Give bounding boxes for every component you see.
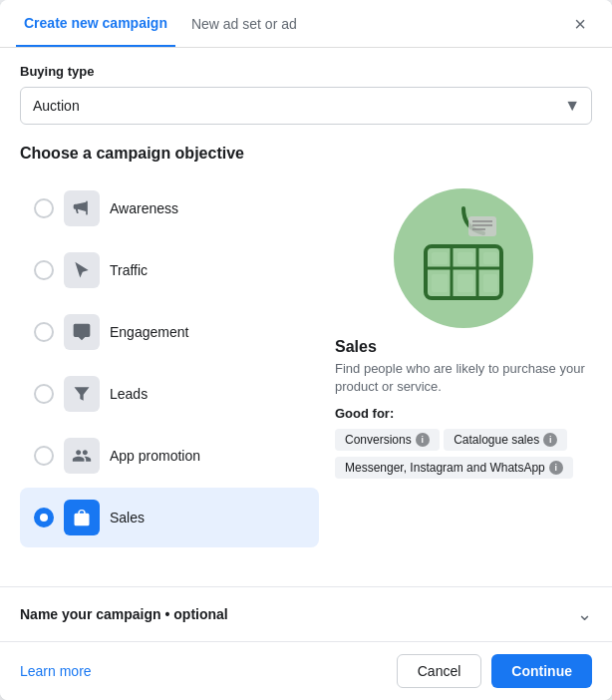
continue-button[interactable]: Continue — [491, 654, 592, 688]
sales-illustration — [384, 178, 543, 338]
leads-icon-box — [64, 376, 100, 412]
objective-item-sales[interactable]: Sales — [20, 488, 319, 547]
cancel-button[interactable]: Cancel — [397, 654, 482, 688]
radio-engagement — [34, 322, 54, 342]
tag-catalogue-sales: Catalogue sales i — [444, 429, 567, 451]
sales-label: Sales — [110, 510, 145, 525]
tag-conversions: Conversions i — [335, 429, 440, 451]
tag-messenger: Messenger, Instagram and WhatsApp i — [335, 457, 573, 479]
buying-type-select[interactable]: Auction Reach and frequency TRP buying — [20, 87, 592, 125]
engagement-icon-box — [64, 314, 100, 350]
svg-rect-12 — [432, 274, 448, 292]
name-section: Name your campaign • optional ⌄ — [0, 586, 612, 641]
info-icon-catalogue-sales[interactable]: i — [543, 433, 557, 447]
footer-actions: Cancel Continue — [397, 654, 592, 688]
bag-icon — [72, 508, 92, 527]
filter-icon — [72, 384, 92, 404]
detail-title: Sales — [335, 338, 377, 356]
detail-description: Find people who are likely to purchase y… — [335, 360, 592, 396]
tab-new-ad-set[interactable]: New ad set or ad — [175, 2, 313, 46]
objective-item-leads[interactable]: Leads — [20, 364, 319, 424]
svg-rect-13 — [458, 274, 473, 292]
svg-rect-5 — [468, 216, 496, 236]
close-button[interactable]: × — [564, 8, 596, 40]
buying-type-label: Buying type — [20, 64, 592, 79]
name-campaign-label: Name your campaign • optional — [20, 606, 228, 622]
radio-app-promotion — [34, 446, 54, 466]
engagement-label: Engagement — [110, 324, 188, 340]
detail-panel: Sales Find people who are likely to purc… — [335, 178, 592, 547]
svg-rect-14 — [483, 274, 497, 292]
objective-item-app-promotion[interactable]: App promotion — [20, 426, 319, 486]
awareness-label: Awareness — [110, 200, 178, 216]
traffic-label: Traffic — [110, 262, 148, 278]
svg-rect-11 — [483, 252, 497, 264]
objective-item-engagement[interactable]: Engagement — [20, 302, 319, 362]
objectives-container: Awareness Traffic — [20, 178, 592, 547]
modal-body: Buying type Auction Reach and frequency … — [0, 48, 612, 586]
tab-create-campaign[interactable]: Create new campaign — [16, 1, 175, 47]
svg-rect-9 — [432, 252, 448, 264]
radio-sales — [34, 508, 54, 527]
name-campaign-row[interactable]: Name your campaign • optional ⌄ — [20, 587, 592, 641]
app-promotion-icon-box — [64, 438, 100, 474]
learn-more-link[interactable]: Learn more — [20, 663, 92, 679]
buying-type-dropdown-wrap: Auction Reach and frequency TRP buying ▼ — [20, 87, 592, 125]
chat-icon — [72, 322, 92, 342]
radio-inner-sales — [40, 514, 48, 522]
modal-footer: Learn more Cancel Continue — [0, 641, 612, 700]
svg-rect-10 — [458, 252, 473, 264]
traffic-icon-box — [64, 252, 100, 288]
radio-awareness — [34, 198, 54, 218]
cursor-icon — [72, 260, 92, 280]
sales-icon-box — [64, 500, 100, 535]
awareness-icon-box — [64, 190, 100, 226]
info-icon-conversions[interactable]: i — [416, 433, 430, 447]
info-icon-messenger[interactable]: i — [549, 461, 563, 475]
leads-label: Leads — [110, 386, 148, 402]
objective-section-title: Choose a campaign objective — [20, 145, 592, 163]
chevron-down-icon: ⌄ — [577, 603, 592, 625]
good-for-label: Good for: — [335, 406, 394, 421]
objectives-list: Awareness Traffic — [20, 178, 319, 547]
modal-header: Create new campaign New ad set or ad × — [0, 0, 612, 48]
radio-traffic — [34, 260, 54, 280]
app-promotion-label: App promotion — [110, 448, 200, 464]
objective-item-traffic[interactable]: Traffic — [20, 240, 319, 300]
radio-leads — [34, 384, 54, 404]
tags-list: Conversions i Catalogue sales i Messenge… — [335, 429, 592, 485]
people-icon — [72, 446, 92, 466]
objective-item-awareness[interactable]: Awareness — [20, 178, 319, 238]
megaphone-icon — [72, 198, 92, 218]
create-campaign-modal: Create new campaign New ad set or ad × B… — [0, 0, 612, 700]
